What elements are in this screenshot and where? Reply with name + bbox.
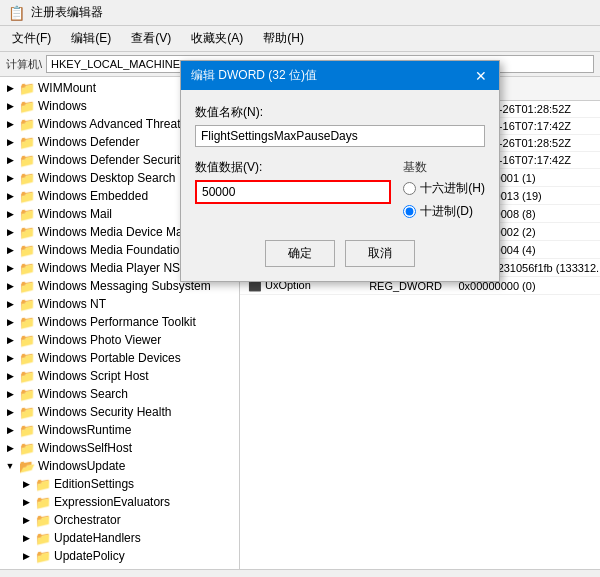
- hex-radio-label[interactable]: 十六进制(H): [403, 180, 485, 197]
- folder-icon: 📁: [19, 99, 35, 114]
- tree-item[interactable]: ▶📁Windows Script Host: [0, 367, 239, 385]
- tree-expand-icon[interactable]: ▼: [4, 460, 16, 472]
- tree-expand-icon[interactable]: ▶: [4, 82, 16, 94]
- menu-favorites[interactable]: 收藏夹(A): [183, 28, 251, 49]
- menu-edit[interactable]: 编辑(E): [63, 28, 119, 49]
- folder-icon: 📁: [19, 225, 35, 240]
- status-bar: [0, 569, 600, 577]
- tree-item-label: Windows Performance Toolkit: [38, 315, 196, 329]
- folder-icon: 📁: [35, 531, 51, 546]
- tree-expand-icon[interactable]: ▶: [4, 172, 16, 184]
- base-label: 基数: [403, 159, 485, 176]
- folder-icon: 📁: [19, 153, 35, 168]
- tree-item[interactable]: ▶📁Windows Security Health: [0, 403, 239, 421]
- tree-item-label: WindowsRuntime: [38, 423, 131, 437]
- tree-expand-icon[interactable]: ▶: [4, 190, 16, 202]
- tree-item-label: WIMMount: [38, 81, 96, 95]
- name-input[interactable]: [195, 125, 485, 147]
- tree-expand-icon[interactable]: ▶: [4, 406, 16, 418]
- tree-item[interactable]: ▶📁Windows Performance Toolkit: [0, 313, 239, 331]
- tree-item[interactable]: ▶📁EditionSettings: [0, 475, 239, 493]
- tree-expand-icon[interactable]: ▶: [4, 100, 16, 112]
- tree-item[interactable]: ▶📁Windows Photo Viewer: [0, 331, 239, 349]
- tree-item[interactable]: ▼📂UX: [0, 565, 239, 569]
- folder-icon: 📂: [19, 459, 35, 474]
- folder-icon: 📁: [19, 369, 35, 384]
- tree-item-label: Windows Media Player NSS: [38, 261, 188, 275]
- tree-item[interactable]: ▶📁Orchestrator: [0, 511, 239, 529]
- decimal-radio[interactable]: [403, 205, 416, 218]
- tree-item[interactable]: ▶📁Windows Portable Devices: [0, 349, 239, 367]
- dialog-close-button[interactable]: ✕: [473, 68, 489, 84]
- tree-expand-icon[interactable]: ▶: [4, 262, 16, 274]
- folder-icon: 📁: [19, 207, 35, 222]
- folder-icon: 📁: [19, 81, 35, 96]
- value-group: 数值数据(V):: [195, 159, 391, 204]
- tree-expand-icon[interactable]: ▶: [4, 370, 16, 382]
- tree-item-label: Windows Mail: [38, 207, 112, 221]
- folder-icon: 📁: [19, 441, 35, 456]
- tree-expand-icon[interactable]: ▶: [4, 280, 16, 292]
- tree-expand-icon[interactable]: ▶: [20, 478, 32, 490]
- tree-item[interactable]: ▶📁WindowsRuntime: [0, 421, 239, 439]
- tree-item-label: UX: [54, 567, 71, 569]
- tree-item-label: Windows: [38, 99, 87, 113]
- tree-expand-icon[interactable]: ▶: [4, 118, 16, 130]
- folder-icon: 📁: [19, 333, 35, 348]
- folder-icon: 📁: [19, 423, 35, 438]
- tree-item[interactable]: ▶📁UpdateHandlers: [0, 529, 239, 547]
- value-input[interactable]: [195, 180, 391, 204]
- tree-expand-icon[interactable]: ▶: [4, 352, 16, 364]
- folder-icon: 📁: [19, 351, 35, 366]
- tree-item-label: Windows Script Host: [38, 369, 149, 383]
- app-icon: 📋: [8, 5, 25, 21]
- tree-item[interactable]: ▼📂WindowsUpdate: [0, 457, 239, 475]
- app-title: 注册表编辑器: [31, 4, 103, 21]
- hex-radio[interactable]: [403, 182, 416, 195]
- tree-item[interactable]: ▶📁Windows NT: [0, 295, 239, 313]
- tree-item-label: Windows Search: [38, 387, 128, 401]
- tree-item-label: Windows Security Health: [38, 405, 171, 419]
- name-label: 数值名称(N):: [195, 104, 485, 121]
- tree-item[interactable]: ▶📁WindowsSelfHost: [0, 439, 239, 457]
- tree-expand-icon[interactable]: ▶: [20, 514, 32, 526]
- tree-item[interactable]: ▶📁ExpressionEvaluators: [0, 493, 239, 511]
- radio-group: 基数 十六进制(H) 十进制(D): [403, 159, 485, 220]
- tree-expand-icon[interactable]: ▶: [20, 532, 32, 544]
- tree-item[interactable]: ▶📁UpdatePolicy: [0, 547, 239, 565]
- folder-icon: 📂: [35, 567, 51, 570]
- tree-expand-icon[interactable]: ▶: [4, 424, 16, 436]
- tree-expand-icon[interactable]: ▶: [4, 316, 16, 328]
- dialog-value-row: 数值数据(V): 基数 十六进制(H) 十进制(D): [195, 159, 485, 220]
- folder-icon: 📁: [19, 297, 35, 312]
- tree-expand-icon[interactable]: ▶: [4, 208, 16, 220]
- menu-view[interactable]: 查看(V): [123, 28, 179, 49]
- tree-expand-icon[interactable]: ▶: [4, 334, 16, 346]
- menu-file[interactable]: 文件(F): [4, 28, 59, 49]
- tree-item-label: Windows Desktop Search: [38, 171, 175, 185]
- tree-item-label: Windows Portable Devices: [38, 351, 181, 365]
- folder-icon: 📁: [19, 261, 35, 276]
- folder-icon: 📁: [19, 171, 35, 186]
- tree-item[interactable]: ▶📁Windows Search: [0, 385, 239, 403]
- tree-item-label: WindowsUpdate: [38, 459, 125, 473]
- menu-help[interactable]: 帮助(H): [255, 28, 312, 49]
- folder-icon: 📁: [19, 405, 35, 420]
- decimal-radio-label[interactable]: 十进制(D): [403, 203, 485, 220]
- edit-dword-dialog: 编辑 DWORD (32 位)值 ✕ 数值名称(N): 数值数据(V): 基数 …: [180, 60, 500, 282]
- tree-expand-icon[interactable]: ▶: [4, 388, 16, 400]
- confirm-button[interactable]: 确定: [265, 240, 335, 267]
- tree-expand-icon[interactable]: ▶: [4, 226, 16, 238]
- tree-expand-icon[interactable]: ▶: [20, 550, 32, 562]
- tree-expand-icon[interactable]: ▶: [4, 244, 16, 256]
- tree-expand-icon[interactable]: ▶: [4, 154, 16, 166]
- tree-expand-icon[interactable]: ▶: [4, 298, 16, 310]
- tree-expand-icon[interactable]: ▼: [20, 568, 32, 569]
- tree-expand-icon[interactable]: ▶: [4, 136, 16, 148]
- cancel-button[interactable]: 取消: [345, 240, 415, 267]
- tree-expand-icon[interactable]: ▶: [4, 442, 16, 454]
- folder-icon: 📁: [19, 315, 35, 330]
- folder-icon: 📁: [19, 279, 35, 294]
- tree-expand-icon[interactable]: ▶: [20, 496, 32, 508]
- dialog-title-bar: 编辑 DWORD (32 位)值 ✕: [181, 61, 499, 90]
